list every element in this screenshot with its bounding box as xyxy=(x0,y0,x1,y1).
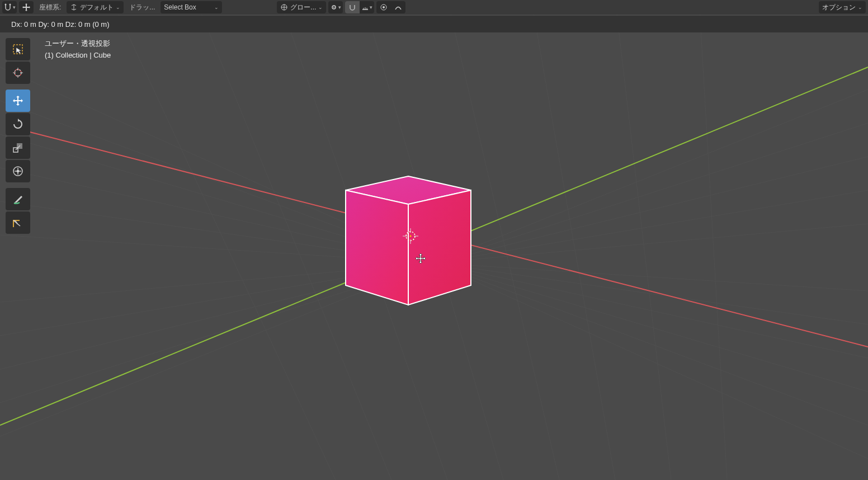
svg-point-29 xyxy=(5,4,7,6)
svg-line-16 xyxy=(531,0,615,480)
svg-line-54 xyxy=(13,220,20,226)
viewport-overlay-text: ユーザー・透視投影 (1) Collection | Cube xyxy=(45,38,111,62)
transform-orientation-dropdown[interactable]: グロー... ⌄ xyxy=(277,1,326,13)
tool-select-box[interactable] xyxy=(6,38,30,60)
svg-point-28 xyxy=(410,236,412,237)
viewport-3d[interactable] xyxy=(0,0,868,480)
transform-status-text: Dx: 0 m Dy: 0 m Dz: 0 m (0 m) xyxy=(11,20,110,29)
header-toolbar: ▾ 座標系: デフォルト ⌄ ドラッ... Select Box ⌄ グロー..… xyxy=(0,0,868,15)
svg-line-18 xyxy=(699,0,727,480)
tool-transform[interactable] xyxy=(6,160,30,182)
tool-move[interactable] xyxy=(6,90,30,112)
select-mode-label: Select Box xyxy=(164,3,196,11)
tool-rotate[interactable] xyxy=(6,113,30,135)
svg-point-41 xyxy=(383,6,385,8)
pivot-dropdown[interactable]: ▾ xyxy=(328,1,343,13)
left-toolbar xyxy=(6,38,30,234)
svg-marker-21 xyxy=(408,190,471,305)
svg-rect-53 xyxy=(17,170,19,172)
svg-line-11 xyxy=(112,0,336,480)
proportional-edit-toggle[interactable] xyxy=(376,1,391,13)
snap-type-dropdown[interactable]: ▾ xyxy=(360,1,374,13)
tool-annotate[interactable] xyxy=(6,188,30,210)
proportional-falloff-dropdown[interactable] xyxy=(391,1,405,13)
coord-system-label: 座標系: xyxy=(36,3,64,12)
tool-cursor[interactable] xyxy=(6,62,30,84)
move-gizmo-button[interactable] xyxy=(19,1,34,13)
viewport-projection-label: ユーザー・透視投影 xyxy=(45,38,111,50)
snap-toggle[interactable] xyxy=(345,1,360,13)
orientation-dropdown[interactable]: デフォルト ⌄ xyxy=(67,1,124,13)
svg-line-17 xyxy=(615,0,671,480)
options-label: オプション xyxy=(822,3,856,12)
orientation-label: デフォルト xyxy=(80,3,114,12)
tool-scale[interactable] xyxy=(6,137,30,159)
options-dropdown[interactable]: オプション ⌄ xyxy=(819,1,866,13)
tool-measure[interactable] xyxy=(6,211,30,234)
drag-label: ドラッ... xyxy=(126,3,158,12)
viewport-object-label: (1) Collection | Cube xyxy=(45,50,111,62)
move-cursor-icon xyxy=(415,253,426,264)
svg-point-35 xyxy=(333,7,334,8)
snap-button[interactable]: ▾ xyxy=(2,1,17,13)
select-mode-dropdown[interactable]: Select Box ⌄ xyxy=(161,1,222,13)
transform-orientation-label: グロー... xyxy=(290,3,316,12)
svg-point-30 xyxy=(10,4,11,6)
cursor-3d-icon xyxy=(403,228,418,244)
status-bar: Dx: 0 m Dy: 0 m Dz: 0 m (0 m) xyxy=(0,16,868,32)
svg-marker-20 xyxy=(346,190,408,305)
